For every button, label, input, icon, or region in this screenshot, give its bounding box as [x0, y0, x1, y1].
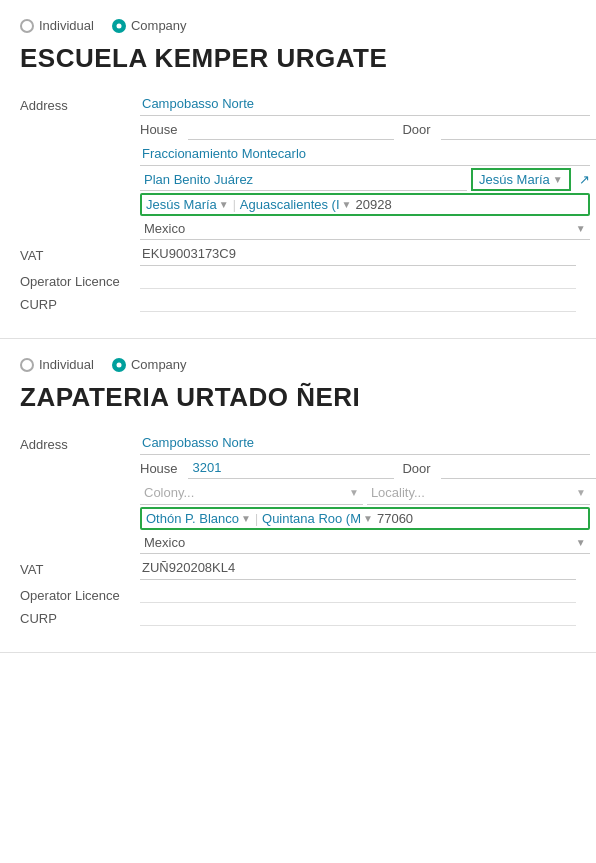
operator-value-2[interactable]	[140, 582, 576, 603]
city-text-1: Jesús María	[146, 197, 217, 212]
street-line-2: Campobasso Norte	[140, 431, 590, 455]
state-text-1: Aguascalientes (I	[240, 197, 340, 212]
radio-circle-company-1	[112, 19, 126, 33]
house-label-2: House	[140, 461, 178, 476]
vat-row-2: VAT ZUÑ920208KL4	[20, 556, 576, 580]
operator-label-2: Operator Licence	[20, 582, 140, 603]
card-escuela: Individual Company ESCUELA KEMPER URGATE…	[0, 0, 596, 339]
external-link-icon-1[interactable]: ↗	[579, 172, 590, 187]
zip-2: 77060	[377, 511, 413, 526]
street-value-1[interactable]: Campobasso Norte	[140, 92, 590, 116]
curp-value-2[interactable]	[140, 605, 576, 626]
door-input-1[interactable]	[441, 118, 596, 140]
address-label-1: Address	[20, 92, 140, 240]
operator-fields-2	[140, 582, 576, 603]
country-select-2[interactable]: Mexico ▼	[140, 532, 590, 554]
colony-chevron-2: ▼	[349, 487, 359, 498]
locality-chevron-2: ▼	[576, 487, 586, 498]
operator-value-1[interactable]	[140, 268, 576, 289]
company-title-2: ZAPATERIA URTADO ÑERI	[20, 382, 576, 413]
colony-field-2[interactable]: Colony... ▼	[140, 481, 363, 505]
country-text-1: Mexico	[144, 221, 185, 236]
door-label-2: Door	[402, 461, 430, 476]
address-row-1: Address Campobasso Norte House Door Frac…	[20, 92, 576, 240]
city-seg-2[interactable]: Othón P. Blanco ▼	[146, 511, 251, 526]
radio-circle-individual-2	[20, 358, 34, 372]
locality-field-2[interactable]: Locality... ▼	[367, 481, 590, 505]
vat-value-2[interactable]: ZUÑ920208KL4	[140, 556, 576, 580]
state-seg-1[interactable]: Aguascalientes (I ▼	[240, 197, 352, 212]
house-input-1[interactable]	[188, 118, 395, 140]
radio-individual-label-1: Individual	[39, 18, 94, 33]
city-text-2: Othón P. Blanco	[146, 511, 239, 526]
curp-row-2: CURP	[20, 605, 576, 626]
curp-row-1: CURP	[20, 291, 576, 312]
colony-placeholder-2: Colony...	[144, 485, 194, 500]
street-value-2[interactable]: Campobasso Norte	[140, 431, 590, 455]
country-chevron-2: ▼	[576, 537, 586, 548]
state-chevron-2: ▼	[363, 513, 373, 524]
radio-group-1: Individual Company	[20, 18, 576, 33]
state-text-2: Quintana Roo (M	[262, 511, 361, 526]
radio-group-2: Individual Company	[20, 357, 576, 372]
city-row-1: Jesús María ▼ | Aguascalientes (I ▼ 2092…	[140, 193, 590, 216]
vat-value-1[interactable]: EKU9003173C9	[140, 242, 576, 266]
jesus-maria-select-1[interactable]: Jesús María ▼	[471, 168, 571, 191]
vat-label-2: VAT	[20, 556, 140, 580]
radio-individual-2[interactable]: Individual	[20, 357, 94, 372]
door-input-2[interactable]	[441, 457, 596, 479]
country-text-2: Mexico	[144, 535, 185, 550]
radio-company-label-2: Company	[131, 357, 187, 372]
house-input-2[interactable]	[188, 457, 395, 479]
country-row-2: Mexico ▼	[140, 532, 590, 554]
operator-fields-1	[140, 268, 576, 289]
city-seg-1[interactable]: Jesús María ▼	[146, 197, 229, 212]
address-fields-1: Campobasso Norte House Door Fraccionamie…	[140, 92, 590, 240]
city-row-2: Othón P. Blanco ▼ | Quintana Roo (M ▼ 77…	[140, 507, 590, 530]
card-zapateria: Individual Company ZAPATERIA URTADO ÑERI…	[0, 339, 596, 653]
locality-placeholder-2: Locality...	[371, 485, 425, 500]
curp-fields-1	[140, 291, 576, 312]
city-chevron-2: ▼	[241, 513, 251, 524]
company-title-1: ESCUELA KEMPER URGATE	[20, 43, 576, 74]
radio-company-2[interactable]: Company	[112, 357, 187, 372]
address-row-2: Address Campobasso Norte House Door Colo…	[20, 431, 576, 554]
vat-fields-1: EKU9003173C9	[140, 242, 576, 266]
radio-individual-label-2: Individual	[39, 357, 94, 372]
plan-benito-value-1[interactable]: Plan Benito Juárez	[140, 169, 467, 191]
jesus-maria-chevron-1: ▼	[553, 174, 563, 185]
radio-company-1[interactable]: Company	[112, 18, 187, 33]
address-label-2: Address	[20, 431, 140, 554]
country-row-1: Mexico ▼	[140, 218, 590, 240]
form-section-1: Address Campobasso Norte House Door Frac…	[20, 92, 576, 314]
operator-row-1: Operator Licence	[20, 268, 576, 289]
house-label-1: House	[140, 122, 178, 137]
fraccionamiento-value-1[interactable]: Fraccionamiento Montecarlo	[140, 142, 590, 166]
door-label-1: Door	[402, 122, 430, 137]
house-door-line-1: House Door	[140, 118, 590, 140]
house-door-line-2: House Door	[140, 457, 590, 479]
fraccionamiento-line-1: Fraccionamiento Montecarlo	[140, 142, 590, 166]
radio-individual-1[interactable]: Individual	[20, 18, 94, 33]
jesus-maria-text-1: Jesús María	[479, 172, 550, 187]
operator-label-1: Operator Licence	[20, 268, 140, 289]
city-chevron-1: ▼	[219, 199, 229, 210]
radio-circle-individual-1	[20, 19, 34, 33]
country-select-1[interactable]: Mexico ▼	[140, 218, 590, 240]
address-fields-2: Campobasso Norte House Door Colony... ▼	[140, 431, 590, 554]
curp-fields-2	[140, 605, 576, 626]
operator-row-2: Operator Licence	[20, 582, 576, 603]
colony-locality-line-2: Colony... ▼ Locality... ▼	[140, 481, 590, 505]
vat-fields-2: ZUÑ920208KL4	[140, 556, 576, 580]
curp-label-1: CURP	[20, 291, 140, 312]
radio-company-label-1: Company	[131, 18, 187, 33]
curp-label-2: CURP	[20, 605, 140, 626]
state-seg-2[interactable]: Quintana Roo (M ▼	[262, 511, 373, 526]
zip-1: 20928	[355, 197, 391, 212]
curp-value-1[interactable]	[140, 291, 576, 312]
vat-label-1: VAT	[20, 242, 140, 266]
radio-circle-company-2	[112, 358, 126, 372]
form-section-2: Address Campobasso Norte House Door Colo…	[20, 431, 576, 628]
state-chevron-1: ▼	[342, 199, 352, 210]
street-line-1: Campobasso Norte	[140, 92, 590, 116]
